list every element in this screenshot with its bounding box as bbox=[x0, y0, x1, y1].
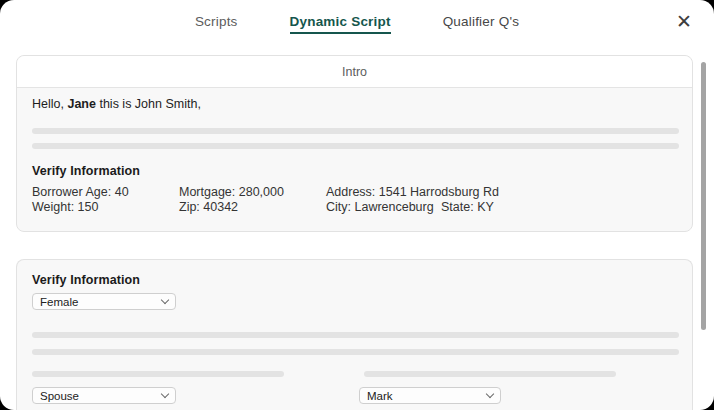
chevron-down-icon bbox=[486, 390, 494, 398]
greeting-text: Hello, Jane this is John Smith, bbox=[32, 97, 201, 111]
name-dropdown-value: Mark bbox=[367, 390, 393, 402]
address-value: Address: 1541 Harrodsburg Rd bbox=[326, 185, 499, 199]
verify-information-heading: Verify Information bbox=[32, 273, 140, 287]
tab-bar: Scripts Dynamic Script Qualifier Q's bbox=[0, 14, 714, 34]
chevron-down-icon bbox=[161, 390, 169, 398]
gender-dropdown[interactable]: Female bbox=[32, 293, 176, 310]
city-value: City: Lawrenceburg bbox=[326, 200, 434, 214]
info-row: Borrower Age: 40 Mortgage: 280,000 Addre… bbox=[17, 185, 692, 199]
intro-section-body: Hello, Jane this is John Smith, Verify I… bbox=[17, 88, 692, 231]
skeleton-line bbox=[32, 349, 679, 355]
gender-dropdown-value: Female bbox=[40, 296, 78, 308]
intro-section: Intro Hello, Jane this is John Smith, Ve… bbox=[16, 55, 693, 232]
scrollbar-thumb[interactable] bbox=[701, 62, 706, 330]
dynamic-script-modal: Scripts Dynamic Script Qualifier Q's ✕ I… bbox=[0, 0, 714, 410]
intro-section-title: Intro bbox=[17, 56, 692, 88]
zip-value: Zip: 40342 bbox=[179, 200, 238, 214]
chevron-down-icon bbox=[161, 296, 169, 304]
weight-value: Weight: 150 bbox=[32, 200, 98, 214]
skeleton-line bbox=[32, 143, 679, 149]
greeting-suffix: this is John Smith, bbox=[99, 97, 200, 111]
info-row: Weight: 150 Zip: 40342 City: Lawrencebur… bbox=[17, 200, 692, 214]
verify-information-heading: Verify Information bbox=[32, 164, 140, 178]
state-value: State: KY bbox=[441, 200, 494, 214]
relationship-dropdown[interactable]: Spouse bbox=[32, 387, 176, 404]
close-icon: ✕ bbox=[676, 10, 692, 32]
greeting-prefix: Hello, bbox=[32, 97, 64, 111]
skeleton-line bbox=[32, 332, 679, 338]
relationship-dropdown-value: Spouse bbox=[40, 390, 79, 402]
borrower-age-value: Borrower Age: 40 bbox=[32, 185, 129, 199]
mortgage-value: Mortgage: 280,000 bbox=[179, 185, 284, 199]
skeleton-line bbox=[32, 128, 679, 134]
tab-qualifier-qs[interactable]: Qualifier Q's bbox=[443, 14, 519, 34]
tab-scripts[interactable]: Scripts bbox=[195, 14, 238, 34]
skeleton-line bbox=[32, 371, 284, 377]
name-dropdown[interactable]: Mark bbox=[359, 387, 501, 404]
skeleton-line bbox=[364, 371, 616, 377]
verify-section: Verify Information Female Spouse Mark bbox=[16, 259, 693, 410]
verify-section-body: Verify Information Female Spouse Mark bbox=[17, 260, 692, 410]
close-button[interactable]: ✕ bbox=[672, 8, 696, 35]
tab-dynamic-script[interactable]: Dynamic Script bbox=[290, 14, 391, 34]
customer-name: Jane bbox=[67, 97, 96, 111]
